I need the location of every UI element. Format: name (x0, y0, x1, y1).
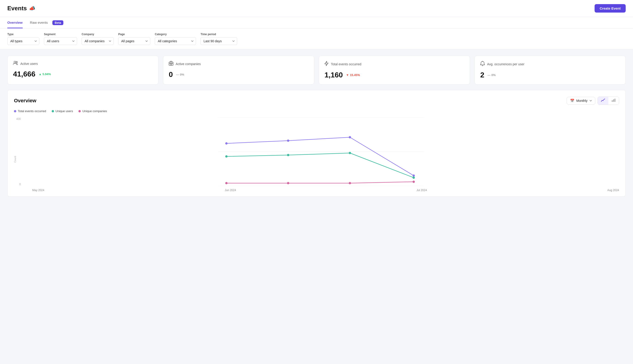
stat-header-companies: Active companies (169, 61, 309, 67)
company-icon (169, 61, 173, 67)
overview-title: Overview (14, 98, 36, 104)
svg-point-16 (349, 136, 351, 138)
stat-card-avg-occurrences: Avg. occurrences per user 2 — 0% (475, 56, 626, 84)
legend-label-unique-companies: Unique companies (82, 110, 107, 113)
stat-value-row-events: 1,160 ▼ 15.45% (324, 71, 464, 79)
filter-time-select[interactable]: Last 7 days Last 30 days Last 90 days La… (200, 37, 237, 45)
svg-point-23 (287, 182, 289, 184)
legend-dot-unique-companies (78, 110, 81, 112)
filter-company-label: Company (82, 33, 114, 36)
chart-type-buttons (597, 96, 619, 105)
stats-row: Active users 41,666 ▲ 5.94% (7, 56, 626, 84)
stat-label-active-companies: Active companies (176, 62, 201, 66)
main-content: Active users 41,666 ▲ 5.94% (0, 49, 633, 203)
filters-bar: Type All types Page Track Identify Segme… (0, 28, 633, 49)
page-title: Events (7, 5, 27, 12)
svg-rect-8 (612, 100, 613, 102)
megaphone-icon: 📣 (29, 6, 35, 12)
svg-point-1 (16, 62, 17, 63)
svg-point-21 (412, 176, 415, 179)
legend-total-events: Total events occurred (14, 110, 46, 113)
filter-segment: Segment All users New users Returning us… (44, 33, 77, 45)
y-label-400: 400 (14, 118, 21, 120)
tabs-bar: Overview Raw events Beta (0, 17, 633, 28)
filter-company: Company All companies (82, 33, 114, 45)
tab-overview[interactable]: Overview (7, 17, 23, 28)
overview-header: Overview 📅 Daily Weekly Monthly (14, 96, 619, 105)
legend-dot-unique-users (52, 110, 54, 112)
filter-segment-label: Segment (44, 33, 77, 36)
top-bar: Events 📣 Create Event (0, 0, 633, 17)
stat-value-row-users: 41,666 ▲ 5.94% (13, 70, 153, 78)
stat-value-row-companies: 0 — 0% (169, 70, 309, 79)
filter-type: Type All types Page Track Identify (7, 33, 39, 45)
create-event-button[interactable]: Create Event (595, 4, 626, 12)
filter-category-select[interactable]: All categories (155, 37, 196, 45)
up-arrow-icon: ▲ (39, 72, 42, 76)
filter-type-label: Type (7, 33, 39, 36)
stat-value-active-users: 41,666 (13, 70, 36, 78)
svg-point-20 (349, 152, 351, 154)
stat-label-active-users: Active users (20, 62, 38, 66)
line-chart-button[interactable] (598, 97, 608, 104)
stat-value-total-events: 1,160 (324, 71, 343, 79)
stat-value-active-companies: 0 (169, 70, 173, 79)
filter-company-select[interactable]: All companies (82, 37, 114, 45)
title-area: Events 📣 (7, 5, 35, 12)
users-icon (13, 61, 18, 66)
filter-segment-select[interactable]: All users New users Returning users (44, 37, 77, 45)
stat-header-avg: Avg. occurrences per user (480, 61, 620, 67)
legend-dot-total-events (14, 110, 16, 112)
svg-point-19 (287, 154, 289, 156)
x-axis-labels: May 2024 Jun 2024 Jul 2024 Aug 2024 (23, 187, 619, 192)
neutral-dash-icon-2: — (488, 73, 491, 77)
beta-badge: Beta (52, 20, 63, 25)
legend-label-unique-users: Unique users (56, 110, 73, 113)
svg-rect-10 (614, 99, 615, 102)
filter-time-label: Time period (200, 33, 237, 36)
stat-change-avg: — 0% (488, 73, 496, 77)
tab-raw-events[interactable]: Raw events (30, 17, 48, 28)
svg-point-14 (225, 142, 228, 144)
svg-point-0 (14, 61, 16, 63)
stat-card-active-companies: Active companies 0 — 0% (163, 56, 314, 84)
stat-change-active-users: ▲ 5.94% (39, 72, 51, 76)
filter-type-select[interactable]: All types Page Track Identify (7, 37, 39, 45)
stat-header-events: Total events occurred (324, 61, 464, 67)
period-select-wrapper[interactable]: 📅 Daily Weekly Monthly (567, 97, 595, 104)
svg-point-15 (287, 140, 289, 142)
svg-point-22 (225, 182, 228, 184)
filter-category: Category All categories (155, 33, 196, 45)
stat-value-row-avg: 2 — 0% (480, 71, 620, 79)
svg-point-18 (225, 155, 228, 158)
x-label-jul: Jul 2024 (416, 188, 427, 192)
down-arrow-icon: ▼ (346, 73, 349, 77)
svg-point-17 (412, 174, 415, 177)
chart-container: 400 0 Count (14, 118, 619, 192)
calendar-icon: 📅 (570, 99, 574, 103)
svg-point-24 (349, 182, 351, 184)
filter-category-label: Category (155, 33, 196, 36)
svg-rect-9 (613, 99, 614, 102)
period-select[interactable]: Daily Weekly Monthly (576, 99, 592, 102)
legend-unique-users: Unique users (52, 110, 73, 113)
filter-page: Page All pages (118, 33, 150, 45)
overview-card: Overview 📅 Daily Weekly Monthly (7, 90, 626, 196)
stat-value-avg: 2 (480, 71, 484, 79)
neutral-dash-icon: — (176, 73, 179, 76)
chart-legend: Total events occurred Unique users Uniqu… (14, 110, 619, 113)
x-label-aug: Aug 2024 (607, 188, 619, 192)
x-label-may: May 2024 (32, 188, 44, 192)
stat-change-total-events: ▼ 15.45% (346, 73, 360, 77)
x-label-jun: Jun 2024 (225, 188, 236, 192)
overview-controls: 📅 Daily Weekly Monthly (567, 96, 619, 105)
stat-label-total-events: Total events occurred (331, 62, 361, 66)
filter-page-label: Page (118, 33, 150, 36)
stat-label-avg: Avg. occurrences per user (487, 62, 524, 66)
stat-card-active-users: Active users 41,666 ▲ 5.94% (7, 56, 158, 84)
bar-chart-button[interactable] (608, 97, 619, 104)
stat-change-active-companies: — 0% (176, 73, 184, 76)
y-label-0: 0 (14, 183, 21, 186)
filter-page-select[interactable]: All pages (118, 37, 150, 45)
svg-point-25 (412, 181, 415, 183)
